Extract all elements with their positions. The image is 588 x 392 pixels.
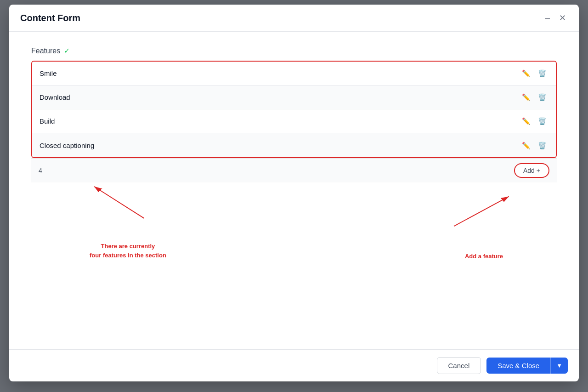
feature-name-smile: Smile bbox=[40, 69, 57, 77]
svg-line-4 bbox=[454, 196, 509, 226]
delete-download-button[interactable]: 🗑️ bbox=[536, 93, 548, 102]
save-button-group: Save & Close ▼ bbox=[486, 358, 568, 374]
feature-row: Closed captioning ✏️ 🗑️ bbox=[32, 133, 556, 157]
check-icon: ✓ bbox=[64, 46, 70, 55]
feature-row: Download ✏️ 🗑️ bbox=[32, 85, 556, 109]
add-feature-annotation: Add a feature bbox=[465, 253, 503, 260]
feature-name-download: Download bbox=[40, 93, 70, 101]
modal-overlay: Content Form – ✕ Features ✓ Edit feature… bbox=[0, 0, 588, 392]
add-feature-button[interactable]: Add + bbox=[514, 163, 549, 178]
svg-line-3 bbox=[94, 187, 144, 218]
section-label: Features ✓ bbox=[31, 46, 557, 55]
delete-smile-button[interactable]: 🗑️ bbox=[536, 69, 548, 78]
feature-actions-closed-captioning: ✏️ 🗑️ bbox=[520, 141, 548, 150]
modal-header: Content Form – ✕ bbox=[9, 5, 579, 32]
modal-body: Features ✓ Edit feature Remove feature bbox=[9, 32, 579, 349]
feature-row: Smile ✏️ 🗑️ bbox=[32, 62, 556, 85]
save-close-button[interactable]: Save & Close bbox=[486, 358, 550, 374]
features-label-text: Features bbox=[31, 47, 60, 55]
minimize-button[interactable]: – bbox=[543, 12, 552, 24]
delete-closed-captioning-button[interactable]: 🗑️ bbox=[536, 141, 548, 150]
cancel-button[interactable]: Cancel bbox=[437, 357, 481, 374]
feature-name-build: Build bbox=[40, 117, 55, 125]
modal-footer: Cancel Save & Close ▼ bbox=[9, 349, 579, 381]
save-dropdown-button[interactable]: ▼ bbox=[550, 358, 568, 374]
edit-closed-captioning-button[interactable]: ✏️ bbox=[520, 141, 532, 150]
feature-actions-build: ✏️ 🗑️ bbox=[520, 117, 548, 125]
delete-build-button[interactable]: 🗑️ bbox=[536, 117, 548, 125]
edit-download-button[interactable]: ✏️ bbox=[520, 93, 532, 102]
feature-name-closed-captioning: Closed captioning bbox=[40, 142, 94, 149]
feature-row: Build ✏️ 🗑️ bbox=[32, 109, 556, 133]
close-button[interactable]: ✕ bbox=[557, 12, 568, 24]
edit-smile-button[interactable]: ✏️ bbox=[520, 69, 532, 78]
feature-actions-smile: ✏️ 🗑️ bbox=[520, 69, 548, 78]
modal-title: Content Form bbox=[20, 13, 80, 23]
feature-count: 4 bbox=[39, 167, 42, 174]
features-list-selected: Smile ✏️ 🗑️ Download ✏️ 🗑️ bbox=[31, 61, 557, 158]
feature-actions-download: ✏️ 🗑️ bbox=[520, 93, 548, 102]
four-features-annotation: There are currentlyfour features in the … bbox=[90, 242, 166, 260]
edit-build-button[interactable]: ✏️ bbox=[520, 117, 532, 125]
modal-header-actions: – ✕ bbox=[543, 12, 568, 24]
count-row: 4 Add + bbox=[31, 158, 557, 182]
content-form-modal: Content Form – ✕ Features ✓ Edit feature… bbox=[9, 5, 579, 381]
